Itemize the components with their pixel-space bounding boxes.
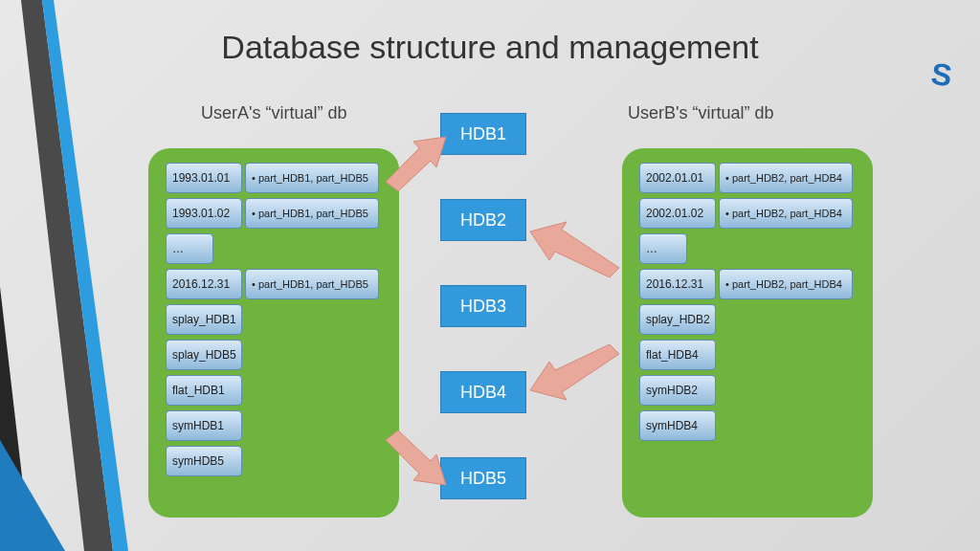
userb-date-0: 2002.01.01 bbox=[639, 163, 716, 193]
hdb-box-5: HDB5 bbox=[440, 457, 526, 499]
userb-item-1: flat_HDB4 bbox=[639, 340, 716, 370]
hdb-box-2: HDB2 bbox=[440, 199, 526, 241]
arrow-userb-hdb4 bbox=[528, 344, 624, 402]
usera-date-1: 1993.01.02 bbox=[166, 198, 242, 229]
usera-subtitle: UserA's “virtual” db bbox=[201, 103, 346, 123]
usera-item-3: symHDB1 bbox=[166, 410, 242, 441]
hdb-box-4: HDB4 bbox=[440, 371, 526, 413]
arrow-userb-hdb2 bbox=[528, 220, 624, 277]
usera-item-1: splay_HDB5 bbox=[166, 340, 242, 370]
slide-title: Database structure and management bbox=[0, 29, 980, 66]
usera-item-4: symHDB5 bbox=[166, 446, 242, 476]
usera-date-0: 1993.01.01 bbox=[166, 163, 242, 193]
userb-item-3: symHDB4 bbox=[639, 410, 716, 441]
userb-desc-0: • part_HDB2, part_HDB4 bbox=[719, 163, 853, 193]
hdb-box-1: HDB1 bbox=[440, 113, 526, 155]
userb-date-3: 2016.12.31 bbox=[639, 269, 716, 299]
userb-item-2: symHDB2 bbox=[639, 375, 716, 406]
svg-marker-7 bbox=[530, 344, 619, 400]
svg-marker-6 bbox=[530, 222, 619, 277]
usera-desc-3: • part_HDB1, part_HDB5 bbox=[245, 269, 379, 299]
svg-marker-1 bbox=[21, 0, 113, 551]
svg-marker-3 bbox=[42, 0, 128, 551]
svg-marker-0 bbox=[0, 287, 31, 551]
userb-subtitle: UserB's “virtual” db bbox=[628, 103, 773, 123]
usera-desc-1: • part_HDB1, part_HDB5 bbox=[245, 198, 379, 229]
usera-date-3: 2016.12.31 bbox=[166, 269, 242, 299]
usera-date-2: … bbox=[166, 233, 213, 264]
svg-marker-2 bbox=[0, 440, 65, 551]
userb-desc-1: • part_HDB2, part_HDB4 bbox=[719, 198, 853, 229]
userb-date-1: 2002.01.02 bbox=[639, 198, 716, 229]
userb-item-0: splay_HDB2 bbox=[639, 304, 716, 335]
usera-desc-0: • part_HDB1, part_HDB5 bbox=[245, 163, 379, 193]
userb-date-2: … bbox=[639, 233, 687, 264]
logo-icon: S bbox=[928, 56, 953, 95]
usera-item-0: splay_HDB1 bbox=[166, 304, 242, 335]
hdb-box-3: HDB3 bbox=[440, 285, 526, 327]
usera-item-2: flat_HDB1 bbox=[166, 375, 242, 406]
userb-desc-3: • part_HDB2, part_HDB4 bbox=[719, 269, 853, 299]
